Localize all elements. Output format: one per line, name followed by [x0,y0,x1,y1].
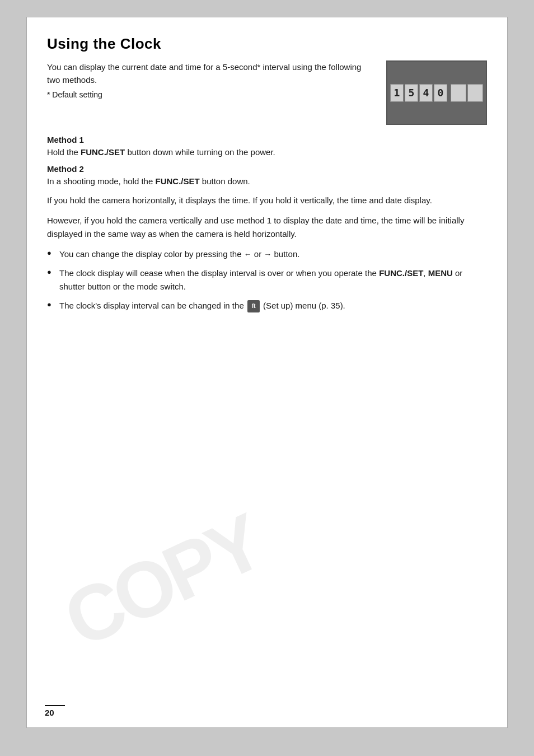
digit-blank-2 [467,84,483,102]
bullet-item-1: You can change the display color by pres… [47,248,487,261]
bullet-1-arrow-right: → [264,250,271,259]
copy-watermark: COPY [51,497,274,666]
bullet-1-text-after: button. [271,249,299,259]
bullet-2-funcset: FUNC./SET [379,268,423,278]
clock-display: 1 5 4 0 [386,60,487,125]
method-2-section: Method 2 In a shooting mode, hold the FU… [47,164,487,188]
digit-3: 4 [419,84,433,102]
intro-paragraph: You can display the current date and tim… [47,60,373,87]
method-1-label: Method 1 [47,135,487,144]
method-2-text-before: In a shooting mode, hold the [47,176,155,186]
bullet-1-arrow-left: ← [244,250,252,259]
setup-icon: ft [247,300,260,312]
digit-blank-1 [451,84,466,102]
bullet-1-text-before: You can change the display color by pres… [59,249,244,259]
method-1-funcset: FUNC./SET [81,147,125,157]
page-title: Using the Clock [47,35,487,53]
bullet-list: You can change the display color by pres… [47,248,487,312]
asterisk-note: * Default setting [47,89,373,101]
method-1-text-before: Hold the [47,147,81,157]
bullet-2-menu: MENU [428,268,453,278]
clock-digits: 1 5 4 0 [390,84,483,102]
body-paragraph-2: However, if you hold the camera vertical… [47,214,487,241]
bullet-item-2: The clock display will cease when the di… [47,267,487,293]
bullet-2-text-before: The clock display will cease when the di… [59,268,379,278]
digit-2: 5 [405,84,418,102]
method-2-label: Method 2 [47,164,487,174]
method-2-text-after: button down. [200,176,250,186]
page-number-line [45,705,65,706]
digit-4: 0 [434,84,447,102]
intro-section: You can display the current date and tim… [47,60,487,125]
method-2-funcset: FUNC./SET [155,176,199,186]
digit-1: 1 [390,84,404,102]
page-container: COPY Using the Clock You can display the… [26,17,508,728]
bullet-2-comma: , [423,268,428,278]
page-number: 20 [45,708,54,717]
intro-text: You can display the current date and tim… [47,60,373,101]
method-1-text: Hold the FUNC./SET button down while tur… [47,146,487,158]
bullet-1-or: or [252,249,264,259]
bullet-item-3: The clock's display interval can be chan… [47,299,487,312]
method-1-text-after: button down while turning on the power. [125,147,275,157]
body-paragraph-1: If you hold the camera horizontally, it … [47,194,487,207]
method-1-section: Method 1 Hold the FUNC./SET button down … [47,135,487,158]
bullet-3-text-before: The clock's display interval can be chan… [59,301,246,310]
bullet-3-text-after: (Set up) menu (p. 35). [261,301,345,310]
method-2-text: In a shooting mode, hold the FUNC./SET b… [47,175,487,188]
